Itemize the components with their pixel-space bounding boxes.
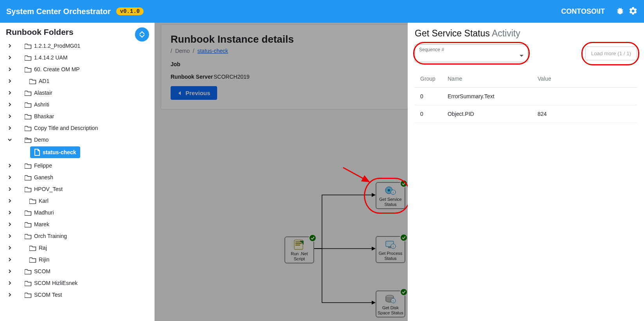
chevron-right-icon[interactable] bbox=[6, 114, 14, 119]
folder-item[interactable]: SCOM HizliEsnek bbox=[6, 277, 147, 289]
chevron-right-icon[interactable] bbox=[6, 102, 14, 107]
svg-point-5 bbox=[388, 189, 390, 191]
col-value: Value bbox=[538, 76, 631, 82]
svg-text:i: i bbox=[393, 191, 394, 194]
svg-text:i: i bbox=[393, 299, 394, 303]
chevron-down-icon[interactable] bbox=[6, 137, 14, 142]
activity-data-table: Group Name Value 0 ErrorSummary.Text 0 O… bbox=[415, 70, 637, 123]
folder-item[interactable]: Bhaskar bbox=[6, 110, 147, 122]
chevron-right-icon[interactable] bbox=[6, 269, 14, 274]
folder-item[interactable]: Karl bbox=[6, 195, 147, 207]
chevron-right-icon[interactable] bbox=[6, 67, 14, 72]
chevron-right-icon[interactable] bbox=[6, 79, 14, 83]
chevron-right-icon[interactable] bbox=[6, 210, 14, 215]
caret-left-icon bbox=[178, 91, 182, 96]
folder-item[interactable]: 60. Create OM MP bbox=[6, 63, 147, 75]
chevron-right-icon[interactable] bbox=[6, 257, 14, 262]
file-icon bbox=[34, 149, 40, 156]
chevron-right-icon[interactable] bbox=[6, 43, 14, 48]
folder-item[interactable]: 1.2.1.2_ProdMG01 bbox=[6, 40, 147, 52]
activity-get-process-status[interactable]: i Get Process Status bbox=[376, 236, 405, 263]
breadcrumb-status-check[interactable]: status-check bbox=[197, 48, 228, 54]
chevron-right-icon[interactable] bbox=[6, 163, 14, 168]
folder-icon bbox=[25, 186, 32, 192]
folder-icon bbox=[29, 256, 36, 263]
disk-icon: i bbox=[384, 293, 397, 305]
svg-text:i: i bbox=[393, 245, 394, 248]
folder-icon bbox=[25, 137, 32, 143]
job-label: Job bbox=[171, 61, 214, 67]
folder-item[interactable]: Copy Title and Description bbox=[6, 122, 147, 134]
activity-get-disk-space-status[interactable]: i Get Disk Space Status bbox=[376, 290, 405, 317]
folder-icon bbox=[25, 43, 32, 49]
folder-tree: 1.2.1.2_ProdMG011.4.14.2 UAM60. Create O… bbox=[6, 40, 155, 318]
folder-item[interactable]: Marek bbox=[6, 218, 147, 230]
folder-item[interactable]: Felippe bbox=[6, 160, 147, 171]
runbook-server-value: SCORCH2019 bbox=[214, 74, 250, 80]
chevron-right-icon[interactable] bbox=[6, 198, 14, 203]
panel-title: Get Service Status Activity bbox=[415, 28, 637, 39]
script-icon bbox=[293, 239, 306, 251]
runbook-leaf-status-check[interactable]: status-check bbox=[30, 146, 80, 158]
folder-item[interactable]: AD1 bbox=[6, 75, 147, 87]
runbook-server-label: Runbook Server bbox=[171, 74, 214, 80]
sequence-select[interactable]: Sequence # bbox=[415, 44, 528, 62]
chevron-right-icon[interactable] bbox=[6, 245, 14, 250]
load-more-button[interactable]: Load more (1 / 1) bbox=[585, 47, 637, 60]
folder-item[interactable]: Rijin bbox=[6, 254, 147, 265]
col-group: Group bbox=[420, 76, 448, 82]
folder-icon bbox=[25, 113, 32, 119]
sidebar-title: Runbook Folders bbox=[6, 27, 155, 37]
chevron-right-icon[interactable] bbox=[6, 90, 14, 95]
sidebar: Runbook Folders 1.2.1.2_ProdMG011.4.14.2… bbox=[0, 23, 155, 321]
folder-item[interactable]: Orch Training bbox=[6, 230, 147, 242]
chevron-right-icon[interactable] bbox=[6, 55, 14, 60]
svg-rect-2 bbox=[295, 243, 302, 244]
svg-rect-3 bbox=[295, 245, 300, 245]
previous-button[interactable]: Previous bbox=[171, 86, 217, 100]
folder-icon bbox=[25, 54, 32, 61]
chevron-right-icon[interactable] bbox=[6, 187, 14, 191]
success-badge-icon bbox=[400, 180, 408, 188]
folder-icon bbox=[25, 221, 32, 227]
collapse-sidebar-button[interactable] bbox=[135, 27, 149, 41]
folder-icon bbox=[25, 233, 32, 239]
gear-icon[interactable] bbox=[628, 6, 638, 17]
folder-item[interactable]: Demo bbox=[6, 134, 147, 146]
folder-icon bbox=[25, 268, 32, 274]
folder-icon bbox=[25, 162, 32, 169]
folder-icon bbox=[29, 245, 36, 251]
process-icon: i bbox=[384, 238, 397, 250]
folder-item[interactable]: Ganesh bbox=[6, 171, 147, 183]
folder-item[interactable]: 1.4.14.2 UAM bbox=[6, 52, 147, 63]
chevron-right-icon[interactable] bbox=[6, 281, 14, 285]
activity-get-service-status[interactable]: i Get Service Status bbox=[376, 182, 405, 209]
folder-icon bbox=[25, 174, 32, 180]
table-row: 0 Object.PID 824 bbox=[415, 105, 637, 123]
success-badge-icon bbox=[400, 288, 408, 296]
chevron-right-icon[interactable] bbox=[6, 222, 14, 227]
chevron-right-icon[interactable] bbox=[6, 292, 14, 297]
folder-icon bbox=[25, 125, 32, 131]
chevron-right-icon[interactable] bbox=[6, 126, 14, 130]
folder-item[interactable]: HPOV_Test bbox=[6, 183, 147, 195]
activity-run-net-script[interactable]: Run .Net Script bbox=[284, 236, 314, 263]
folder-item[interactable]: SCOM bbox=[6, 265, 147, 277]
folder-item[interactable]: SCOM Test bbox=[6, 289, 147, 301]
folder-item[interactable]: Madhuri bbox=[6, 207, 147, 218]
chevron-right-icon[interactable] bbox=[6, 234, 14, 238]
folder-icon bbox=[25, 90, 32, 96]
folder-icon bbox=[25, 66, 32, 72]
folder-icon bbox=[25, 101, 32, 108]
app-header: System Center Orchestrator v0.1.0 CONTOS… bbox=[0, 0, 644, 23]
folder-item[interactable]: Ashriti bbox=[6, 99, 147, 110]
chevron-right-icon[interactable] bbox=[6, 175, 14, 180]
table-row: 0 ErrorSummary.Text bbox=[415, 88, 637, 105]
folder-item[interactable]: Alastair bbox=[6, 87, 147, 99]
col-name: Name bbox=[448, 76, 538, 82]
success-badge-icon bbox=[309, 234, 317, 242]
folder-item[interactable]: Raj bbox=[6, 242, 147, 254]
folder-icon bbox=[29, 78, 36, 84]
breadcrumb-demo[interactable]: Demo bbox=[175, 48, 190, 54]
bug-icon[interactable] bbox=[616, 7, 624, 16]
